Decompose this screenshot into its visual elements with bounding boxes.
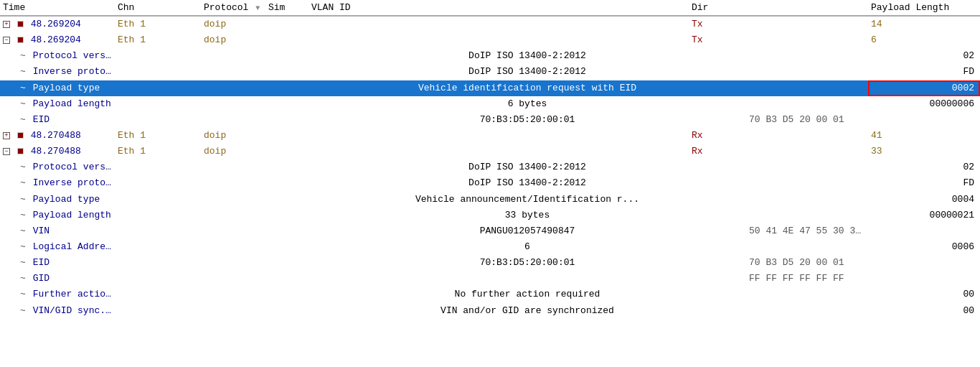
proto-cell-empty	[201, 271, 265, 287]
proto-cell: doip	[201, 16, 265, 32]
tilde-icon: ~	[20, 241, 26, 252]
time-value: 48.269204	[31, 19, 81, 29]
table-row[interactable]: − 48.269204 Eth 1 doip Tx 6	[0, 32, 980, 48]
proto-cell-empty	[201, 239, 265, 255]
table-row[interactable]: ~ Payload length 6 bytes 00000006	[0, 96, 980, 112]
col-info[interactable]	[366, 0, 689, 16]
vlan-cell-empty	[308, 64, 366, 80]
payload-cell	[868, 255, 980, 271]
info-cell: DoIP ISO 13400-2:2012	[366, 175, 689, 191]
table-row[interactable]: + 48.269204 Eth 1 doip Tx 14	[0, 16, 980, 32]
proto-cell-empty	[201, 175, 265, 191]
chn-cell: Eth 1	[115, 16, 201, 32]
tilde-icon: ~	[20, 177, 26, 188]
col-payload[interactable]: Payload Length	[868, 0, 980, 16]
collapse-icon[interactable]: −	[3, 148, 10, 155]
info-cell	[366, 144, 689, 159]
raw-cell	[746, 239, 868, 255]
time-cell: + 48.269204	[0, 16, 115, 32]
col-vlan[interactable]: VLAN ID	[308, 0, 366, 16]
sim-cell-empty	[265, 159, 308, 175]
table-header-row: Time Chn Protocol ▼ Sim VLAN ID Dir Payl…	[0, 0, 980, 16]
table-row[interactable]: + 48.270488 Eth 1 doip Rx 41	[0, 128, 980, 144]
tilde-icon: ~	[20, 98, 26, 109]
dir-cell-empty	[689, 271, 746, 287]
col-time[interactable]: Time	[0, 0, 115, 16]
chn-cell-empty	[115, 208, 201, 223]
proto-cell: doip	[201, 32, 265, 48]
table-row[interactable]: ~ Payload length 33 bytes 00000021	[0, 208, 980, 223]
tilde-icon: ~	[20, 305, 26, 316]
label-cell: ~ Further action required	[0, 287, 115, 302]
table-row[interactable]: ~ EID 70:B3:D5:20:00:01 70 B3 D5 20 00 0…	[0, 255, 980, 271]
vlan-cell-empty	[308, 48, 366, 64]
sim-cell-empty	[265, 239, 308, 255]
col-sim[interactable]: Sim	[265, 0, 308, 16]
table-row[interactable]: − 48.270488 Eth 1 doip Rx 33	[0, 144, 980, 159]
table-row[interactable]: ~ VIN PANGU012057490847 50 41 4E 47 55 3…	[0, 223, 980, 239]
label-cell: ~ Logical Address	[0, 239, 115, 255]
table-row[interactable]: ~ Logical Address 6 0006	[0, 239, 980, 255]
payload-cell: FD	[868, 64, 980, 80]
col-raw[interactable]	[746, 0, 868, 16]
raw-cell	[746, 287, 868, 302]
tilde-icon: ~	[20, 210, 26, 220]
table-row[interactable]: ~ Inverse protocol version DoIP ISO 1340…	[0, 64, 980, 80]
expand-icon[interactable]: +	[3, 21, 10, 28]
payload-cell: 6	[868, 32, 980, 48]
table-row[interactable]: ~ VIN/GID sync. status VIN and/or GID ar…	[0, 303, 980, 319]
table-row[interactable]: ~ Payload type Vehicle identification re…	[0, 80, 980, 96]
chn-cell-empty	[115, 255, 201, 271]
label-cell: ~ VIN/GID sync. status	[0, 303, 115, 319]
label-cell: ~ Protocol version	[0, 48, 115, 64]
info-cell: DoIP ISO 13400-2:2012	[366, 159, 689, 175]
raw-cell: FF FF FF FF FF FF	[746, 271, 868, 287]
table-row[interactable]: ~ Payload type Vehicle announcement/Iden…	[0, 192, 980, 208]
payload-cell: 00000006	[868, 96, 980, 112]
sim-cell-empty	[265, 255, 308, 271]
info-cell: PANGU012057490847	[366, 223, 689, 239]
table-row[interactable]: ~ Further action required No further act…	[0, 287, 980, 302]
vlan-cell-empty	[308, 208, 366, 223]
raw-cell	[746, 192, 868, 208]
info-cell	[366, 271, 689, 287]
payload-cell: 02	[868, 48, 980, 64]
msg-icon	[17, 37, 24, 43]
payload-value: 41	[871, 130, 882, 141]
field-name: Logical Address	[33, 241, 115, 252]
vlan-cell-empty	[308, 192, 366, 208]
sim-cell-empty	[265, 303, 308, 319]
table-row[interactable]: ~ Protocol version DoIP ISO 13400-2:2012…	[0, 48, 980, 64]
table-row[interactable]: ~ Protocol version DoIP ISO 13400-2:2012…	[0, 159, 980, 175]
table-row[interactable]: ~ Inverse protocol version DoIP ISO 1340…	[0, 175, 980, 191]
chn-cell-empty	[115, 175, 201, 191]
raw-cell: 70 B3 D5 20 00 01	[746, 255, 868, 271]
proto-cell-empty	[201, 112, 265, 128]
col-dir[interactable]: Dir	[689, 0, 746, 16]
raw-cell	[746, 16, 868, 32]
chn-cell: Eth 1	[115, 144, 201, 159]
sim-cell-empty	[265, 192, 308, 208]
tilde-icon: ~	[20, 226, 26, 236]
info-cell: 70:B3:D5:20:00:01	[366, 255, 689, 271]
collapse-icon[interactable]: −	[3, 37, 10, 44]
table-row[interactable]: ~ GID FF FF FF FF FF FF	[0, 271, 980, 287]
protocol-filter-icon: ▼	[255, 4, 260, 12]
dir-cell-empty	[689, 159, 746, 175]
label-cell: ~ EID	[0, 112, 115, 128]
col-chn[interactable]: Chn	[115, 0, 201, 16]
proto-cell-empty	[201, 159, 265, 175]
chn-cell-empty	[115, 96, 201, 112]
info-cell	[366, 32, 689, 48]
dir-cell-empty	[689, 48, 746, 64]
col-protocol[interactable]: Protocol ▼	[201, 0, 265, 16]
field-name: Protocol version	[33, 162, 115, 172]
field-name: GID	[33, 273, 50, 284]
raw-cell	[746, 175, 868, 191]
expand-icon[interactable]: +	[3, 132, 10, 139]
table-row[interactable]: ~ EID 70:B3:D5:20:00:01 70 B3 D5 20 00 0…	[0, 112, 980, 128]
proto-value: doip	[204, 130, 226, 141]
dir-cell: Rx	[689, 144, 746, 159]
proto-cell-empty	[201, 48, 265, 64]
info-cell: DoIP ISO 13400-2:2012	[366, 48, 689, 64]
